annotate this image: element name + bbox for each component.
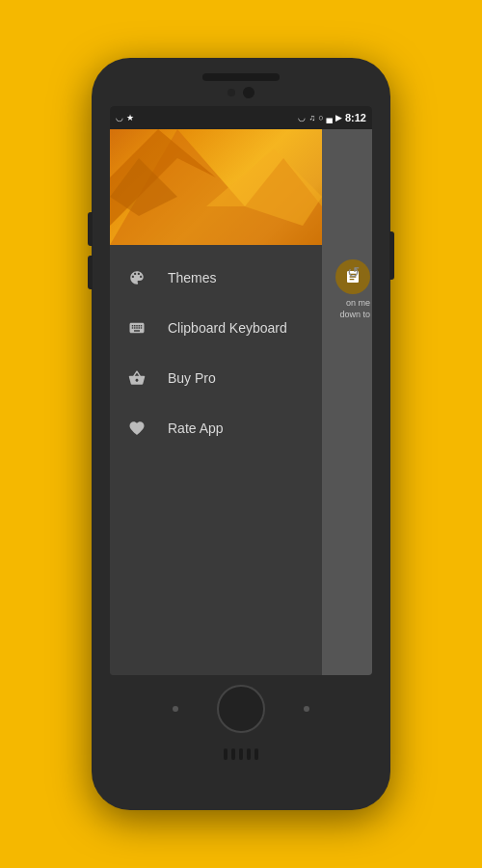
rate-app-label: Rate App bbox=[168, 420, 224, 436]
menu-item-buy-pro[interactable]: Buy Pro bbox=[110, 353, 322, 403]
wifi-icon: ◡ bbox=[116, 113, 123, 122]
status-left-icons: ◡ ★ bbox=[116, 113, 134, 122]
phone-shell: ◡ ★ ◡ ♫ ○ ▄ ▶ 8:12 bbox=[92, 58, 390, 810]
status-right-area: ◡ ♫ ○ ▄ ▶ 8:12 bbox=[298, 112, 366, 123]
signal-icon: ▄ bbox=[327, 113, 333, 122]
power-button[interactable] bbox=[389, 231, 394, 280]
menu-item-rate-app[interactable]: Rate App bbox=[110, 403, 322, 453]
recents-button[interactable] bbox=[304, 706, 309, 712]
speaker-hole bbox=[254, 748, 258, 760]
refresh-button[interactable]: ↺ bbox=[335, 255, 370, 289]
lock-icon: ▶ bbox=[335, 113, 342, 122]
navigation-drawer: Themes Clipboard Keyboard bbox=[110, 129, 322, 675]
clipboard-keyboard-label: Clipboard Keyboard bbox=[168, 320, 287, 336]
speaker-hole bbox=[239, 748, 243, 760]
speaker-hole bbox=[231, 748, 235, 760]
menu-item-themes[interactable]: Themes bbox=[110, 253, 322, 303]
menu-item-clipboard-keyboard[interactable]: Clipboard Keyboard bbox=[110, 303, 322, 353]
sensor bbox=[228, 89, 235, 96]
peek-content-text: on medown to bbox=[322, 298, 370, 320]
back-button[interactable] bbox=[173, 706, 178, 712]
volume-down-button[interactable] bbox=[88, 256, 93, 289]
camera-lens bbox=[243, 87, 254, 98]
paint-icon bbox=[125, 266, 148, 289]
android-icon: ★ bbox=[126, 113, 134, 122]
volume-up-button[interactable] bbox=[88, 212, 93, 246]
headphone-icon: ◡ bbox=[298, 113, 306, 122]
music-icon: ♫ bbox=[308, 113, 315, 122]
screen: ◡ ★ ◡ ♫ ○ ▄ ▶ 8:12 bbox=[110, 106, 372, 675]
top-speaker bbox=[202, 73, 280, 81]
buy-pro-label: Buy Pro bbox=[168, 370, 216, 386]
status-bar: ◡ ★ ◡ ♫ ○ ▄ ▶ 8:12 bbox=[110, 106, 372, 129]
bottom-speaker bbox=[224, 748, 258, 760]
bottom-navigation bbox=[173, 685, 309, 733]
themes-label: Themes bbox=[168, 270, 217, 285]
status-time: 8:12 bbox=[345, 112, 366, 123]
camera-area bbox=[228, 87, 254, 98]
speaker-hole bbox=[224, 748, 228, 760]
drawer-header-background bbox=[110, 129, 322, 245]
heart-icon bbox=[125, 417, 148, 440]
drawer-header bbox=[110, 129, 322, 245]
phone-bottom bbox=[173, 685, 309, 760]
home-button[interactable] bbox=[217, 685, 265, 733]
basket-icon bbox=[125, 366, 148, 390]
keyboard-icon bbox=[125, 316, 148, 339]
drawer-menu-list: Themes Clipboard Keyboard bbox=[110, 245, 322, 461]
speaker-hole bbox=[247, 748, 251, 760]
clock-icon: ○ bbox=[318, 113, 323, 122]
content-peek: on medown to bbox=[322, 129, 372, 675]
